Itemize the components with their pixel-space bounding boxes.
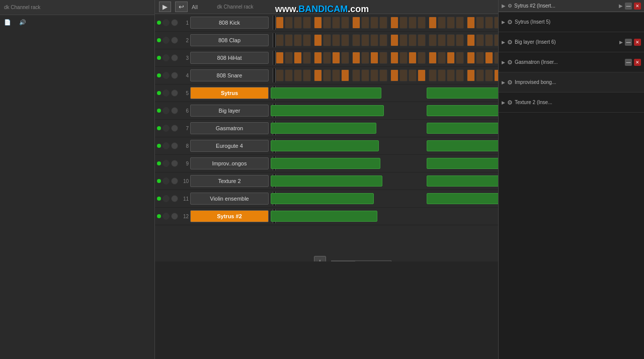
drum-btn-1-18[interactable] <box>447 17 455 29</box>
drum-btn-3-2[interactable] <box>294 52 302 64</box>
track-mute-4[interactable] <box>163 72 170 79</box>
drum-btn-1-19[interactable] <box>456 17 464 29</box>
drum-btn-1-5[interactable] <box>323 17 331 29</box>
drum-btn-4-7[interactable] <box>341 69 349 81</box>
drum-btn-1-15[interactable] <box>418 17 426 29</box>
track-mute-11[interactable] <box>163 195 170 202</box>
drum-btn-3-6[interactable] <box>332 52 340 64</box>
drum-btn-1-6[interactable] <box>332 17 340 29</box>
drum-btn-2-11[interactable] <box>379 34 387 46</box>
track-solo-5[interactable] <box>171 89 178 97</box>
drum-btn-4-4[interactable] <box>314 69 322 81</box>
fx-forward-icon[interactable]: ▶ <box>619 3 623 9</box>
drum-btn-4-13[interactable] <box>399 69 408 81</box>
drum-btn-2-5[interactable] <box>323 34 331 46</box>
drum-btn-4-14[interactable] <box>409 69 417 81</box>
drum-btn-2-17[interactable] <box>438 34 446 46</box>
drum-btn-3-11[interactable] <box>379 52 387 64</box>
drum-btn-4-22[interactable] <box>485 69 493 81</box>
track-name-btn-9[interactable]: Improv..ongos <box>190 157 269 169</box>
drum-btn-2-21[interactable] <box>476 34 484 46</box>
track-name-btn-7[interactable]: Gasmatron <box>190 122 269 134</box>
drum-btn-1-17[interactable] <box>438 17 446 29</box>
piano-bar-9-0[interactable] <box>271 158 380 169</box>
drum-btn-1-7[interactable] <box>341 17 349 29</box>
drum-btn-4-5[interactable] <box>323 69 331 81</box>
track-name-btn-12[interactable]: Sytrus #2 <box>190 210 269 222</box>
play-button[interactable]: ▶ <box>159 2 171 12</box>
drum-btn-1-2[interactable] <box>294 17 302 29</box>
fx-min-3[interactable]: — <box>625 59 632 66</box>
drum-btn-4-16[interactable] <box>429 69 437 81</box>
drum-btn-1-20[interactable] <box>467 17 475 29</box>
fx-expand-5[interactable]: ▶ <box>502 100 505 105</box>
drum-btn-3-15[interactable] <box>418 52 426 64</box>
drum-btn-3-12[interactable] <box>390 52 398 64</box>
drum-btn-4-12[interactable] <box>390 69 398 81</box>
track-solo-4[interactable] <box>171 72 178 79</box>
track-solo-7[interactable] <box>171 125 178 132</box>
drum-btn-1-14[interactable] <box>409 17 417 29</box>
drum-btn-4-11[interactable] <box>379 69 387 81</box>
drum-btn-1-0[interactable] <box>276 17 284 29</box>
back-button[interactable]: ↩ <box>175 2 188 12</box>
drum-btn-3-8[interactable] <box>352 52 360 64</box>
drum-btn-3-14[interactable] <box>409 52 417 64</box>
track-mute-2[interactable] <box>163 37 170 44</box>
drum-btn-3-1[interactable] <box>285 52 293 64</box>
drum-btn-3-0[interactable] <box>276 52 284 64</box>
track-mute-12[interactable] <box>163 213 170 220</box>
track-solo-11[interactable] <box>171 195 178 202</box>
track-solo-3[interactable] <box>171 54 178 61</box>
drum-btn-4-18[interactable] <box>447 69 455 81</box>
drum-btn-2-1[interactable] <box>285 34 293 46</box>
fx-minimize-button[interactable]: — <box>625 3 632 10</box>
drum-btn-1-8[interactable] <box>352 17 360 29</box>
drum-btn-1-21[interactable] <box>476 17 484 29</box>
piano-bar-5-0[interactable] <box>271 87 381 99</box>
track-solo-12[interactable] <box>171 213 178 220</box>
piano-bar-10-0[interactable] <box>271 175 382 187</box>
piano-bar-8-0[interactable] <box>271 140 379 151</box>
track-solo-10[interactable] <box>171 177 178 185</box>
drum-btn-1-11[interactable] <box>379 17 387 29</box>
drum-btn-3-17[interactable] <box>438 52 446 64</box>
drum-btn-2-2[interactable] <box>294 34 302 46</box>
track-solo-2[interactable] <box>171 37 178 44</box>
drum-btn-3-22[interactable] <box>485 52 493 64</box>
drum-btn-4-9[interactable] <box>361 69 369 81</box>
drum-btn-2-3[interactable] <box>303 34 311 46</box>
drum-btn-1-22[interactable] <box>485 17 493 29</box>
fx-close-2[interactable]: ✕ <box>634 39 641 46</box>
drum-btn-1-9[interactable] <box>361 17 369 29</box>
drum-btn-4-6[interactable] <box>332 69 340 81</box>
drum-btn-4-1[interactable] <box>285 69 293 81</box>
drum-btn-2-20[interactable] <box>467 34 475 46</box>
fx-expand-2[interactable]: ▶ <box>502 40 505 45</box>
drum-btn-3-7[interactable] <box>341 52 349 64</box>
drum-btn-2-15[interactable] <box>418 34 426 46</box>
drum-btn-2-10[interactable] <box>370 34 378 46</box>
drum-btn-3-4[interactable] <box>314 52 322 64</box>
drum-btn-4-19[interactable] <box>456 69 464 81</box>
track-mute-8[interactable] <box>163 142 170 149</box>
drum-btn-2-8[interactable] <box>352 34 360 46</box>
drum-btn-2-18[interactable] <box>447 34 455 46</box>
track-mute-6[interactable] <box>163 107 170 114</box>
drum-btn-2-12[interactable] <box>390 34 398 46</box>
track-name-btn-6[interactable]: Big layer <box>190 105 269 117</box>
drum-btn-3-5[interactable] <box>323 52 331 64</box>
drum-btn-3-9[interactable] <box>361 52 369 64</box>
track-mute-10[interactable] <box>163 177 170 185</box>
track-name-btn-4[interactable]: 808 Snare <box>190 69 269 81</box>
drum-btn-4-3[interactable] <box>303 69 311 81</box>
fx-forward-2[interactable]: ▶ <box>619 40 623 45</box>
piano-bar-11-0[interactable] <box>271 193 374 204</box>
track-solo-1[interactable] <box>171 19 178 26</box>
drum-btn-4-10[interactable] <box>370 69 378 81</box>
track-name-btn-11[interactable]: Violin ensemble <box>190 193 269 205</box>
drum-btn-2-0[interactable] <box>276 34 284 46</box>
track-name-btn-8[interactable]: Eurogute 4 <box>190 140 269 152</box>
drum-btn-2-14[interactable] <box>409 34 417 46</box>
track-name-btn-5[interactable]: Sytrus <box>190 87 269 99</box>
